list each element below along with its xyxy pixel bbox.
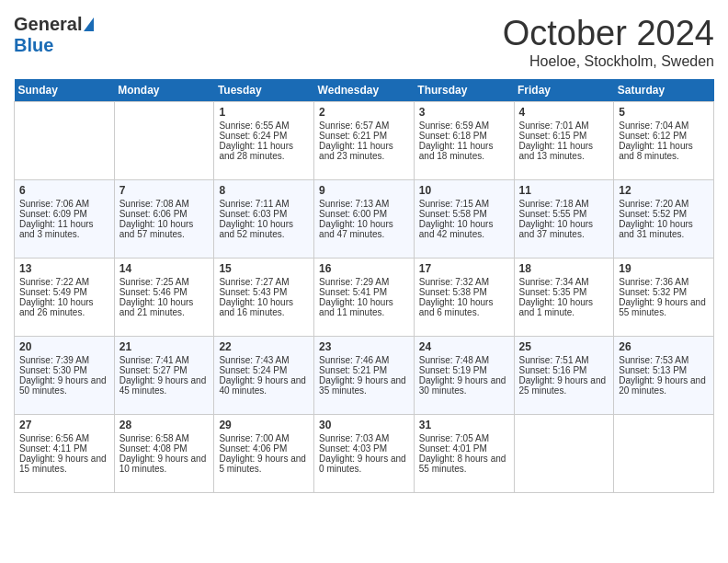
calendar-cell: 17 Sunrise: 7:32 AM Sunset: 5:38 PM Dayl… — [414, 259, 514, 337]
calendar-cell: 9 Sunrise: 7:13 AM Sunset: 6:00 PM Dayli… — [314, 180, 415, 259]
col-wednesday: Wednesday — [314, 79, 415, 102]
day-number: 23 — [319, 340, 409, 353]
sunrise: Sunrise: 7:36 AM — [619, 277, 709, 287]
sunset: Sunset: 6:09 PM — [19, 209, 109, 219]
sunrise: Sunrise: 6:59 AM — [419, 121, 509, 131]
calendar-week-row: 27 Sunrise: 6:56 AM Sunset: 4:11 PM Dayl… — [15, 415, 714, 493]
sunset: Sunset: 5:41 PM — [319, 287, 409, 297]
sunset: Sunset: 5:55 PM — [519, 209, 609, 219]
day-number: 24 — [419, 340, 509, 353]
daylight: Daylight: 11 hours and 13 minutes. — [519, 141, 609, 161]
day-number: 19 — [619, 262, 709, 275]
sunrise: Sunrise: 7:39 AM — [19, 355, 109, 365]
sunrise: Sunrise: 7:04 AM — [619, 121, 709, 131]
daylight: Daylight: 9 hours and 0 minutes. — [319, 454, 409, 474]
calendar-cell: 29 Sunrise: 7:00 AM Sunset: 4:06 PM Dayl… — [214, 415, 314, 493]
sunset: Sunset: 5:30 PM — [19, 365, 109, 375]
sunrise: Sunrise: 6:55 AM — [219, 121, 309, 131]
sunrise: Sunrise: 7:53 AM — [619, 355, 709, 365]
day-number: 16 — [319, 262, 409, 275]
calendar-cell: 10 Sunrise: 7:15 AM Sunset: 5:58 PM Dayl… — [414, 180, 514, 259]
day-number: 14 — [119, 262, 210, 275]
sunset: Sunset: 4:01 PM — [419, 443, 509, 454]
calendar-cell: 23 Sunrise: 7:46 AM Sunset: 5:21 PM Dayl… — [314, 337, 415, 415]
calendar-header-row: Sunday Monday Tuesday Wednesday Thursday… — [15, 79, 714, 102]
calendar-week-row: 6 Sunrise: 7:06 AM Sunset: 6:09 PM Dayli… — [15, 180, 714, 259]
day-number: 17 — [419, 262, 509, 275]
sunset: Sunset: 6:18 PM — [419, 131, 509, 141]
calendar-cell: 21 Sunrise: 7:41 AM Sunset: 5:27 PM Dayl… — [114, 337, 214, 415]
day-number: 6 — [19, 184, 109, 197]
sunset: Sunset: 5:58 PM — [419, 209, 509, 219]
sunrise: Sunrise: 7:08 AM — [119, 199, 210, 209]
sunrise: Sunrise: 7:18 AM — [519, 199, 609, 209]
sunset: Sunset: 5:19 PM — [419, 365, 509, 375]
sunset: Sunset: 5:43 PM — [219, 287, 309, 297]
day-number: 15 — [219, 262, 309, 275]
calendar-cell: 15 Sunrise: 7:27 AM Sunset: 5:43 PM Dayl… — [214, 259, 314, 337]
sunrise: Sunrise: 6:57 AM — [319, 121, 409, 131]
daylight: Daylight: 9 hours and 30 minutes. — [419, 375, 509, 396]
calendar-cell: 1 Sunrise: 6:55 AM Sunset: 6:24 PM Dayli… — [214, 102, 314, 180]
daylight: Daylight: 8 hours and 55 minutes. — [419, 454, 509, 474]
daylight: Daylight: 10 hours and 37 minutes. — [519, 219, 609, 239]
sunrise: Sunrise: 7:00 AM — [219, 433, 309, 443]
calendar-cell: 27 Sunrise: 6:56 AM Sunset: 4:11 PM Dayl… — [15, 415, 115, 493]
day-number: 29 — [219, 419, 309, 431]
col-sunday: Sunday — [15, 79, 115, 102]
sunrise: Sunrise: 7:22 AM — [19, 277, 109, 287]
day-number: 31 — [419, 419, 509, 431]
sunrise: Sunrise: 7:03 AM — [319, 433, 409, 443]
sunset: Sunset: 5:24 PM — [219, 365, 309, 375]
calendar-cell: 22 Sunrise: 7:43 AM Sunset: 5:24 PM Dayl… — [214, 337, 314, 415]
day-number: 26 — [619, 340, 709, 353]
day-number: 13 — [19, 262, 109, 275]
day-number: 2 — [319, 106, 409, 119]
calendar-week-row: 1 Sunrise: 6:55 AM Sunset: 6:24 PM Dayli… — [15, 102, 714, 180]
calendar-cell: 14 Sunrise: 7:25 AM Sunset: 5:46 PM Dayl… — [114, 259, 214, 337]
sunset: Sunset: 6:03 PM — [219, 209, 309, 219]
calendar-cell — [15, 102, 115, 180]
calendar-cell: 18 Sunrise: 7:34 AM Sunset: 5:35 PM Dayl… — [514, 259, 614, 337]
col-saturday: Saturday — [614, 79, 714, 102]
sunset: Sunset: 5:21 PM — [319, 365, 409, 375]
calendar-cell: 20 Sunrise: 7:39 AM Sunset: 5:30 PM Dayl… — [15, 337, 115, 415]
sunset: Sunset: 4:11 PM — [19, 443, 109, 454]
sunset: Sunset: 6:15 PM — [519, 131, 609, 141]
daylight: Daylight: 9 hours and 50 minutes. — [19, 375, 109, 396]
calendar-cell: 26 Sunrise: 7:53 AM Sunset: 5:13 PM Dayl… — [614, 337, 714, 415]
calendar-cell: 6 Sunrise: 7:06 AM Sunset: 6:09 PM Dayli… — [15, 180, 115, 259]
day-number: 28 — [119, 419, 210, 431]
calendar-cell: 5 Sunrise: 7:04 AM Sunset: 6:12 PM Dayli… — [614, 102, 714, 180]
sunrise: Sunrise: 7:51 AM — [519, 355, 609, 365]
day-number: 7 — [119, 184, 210, 197]
daylight: Daylight: 9 hours and 40 minutes. — [219, 375, 309, 396]
daylight: Daylight: 10 hours and 47 minutes. — [319, 219, 409, 239]
daylight: Daylight: 10 hours and 52 minutes. — [219, 219, 309, 239]
daylight: Daylight: 9 hours and 25 minutes. — [519, 375, 609, 396]
sunrise: Sunrise: 7:25 AM — [119, 277, 210, 287]
daylight: Daylight: 10 hours and 31 minutes. — [619, 219, 709, 239]
day-number: 9 — [319, 184, 409, 197]
day-number: 27 — [19, 419, 109, 431]
day-number: 8 — [219, 184, 309, 197]
calendar-cell: 16 Sunrise: 7:29 AM Sunset: 5:41 PM Dayl… — [314, 259, 415, 337]
col-friday: Friday — [514, 79, 614, 102]
calendar-cell: 19 Sunrise: 7:36 AM Sunset: 5:32 PM Dayl… — [614, 259, 714, 337]
sunset: Sunset: 5:52 PM — [619, 209, 709, 219]
sunset: Sunset: 4:03 PM — [319, 443, 409, 454]
day-number: 1 — [219, 106, 309, 119]
sunrise: Sunrise: 7:01 AM — [519, 121, 609, 131]
sunset: Sunset: 5:35 PM — [519, 287, 609, 297]
calendar-cell: 3 Sunrise: 6:59 AM Sunset: 6:18 PM Dayli… — [414, 102, 514, 180]
col-tuesday: Tuesday — [214, 79, 314, 102]
day-number: 11 — [519, 184, 609, 197]
daylight: Daylight: 9 hours and 20 minutes. — [619, 375, 709, 396]
sunrise: Sunrise: 7:15 AM — [419, 199, 509, 209]
daylight: Daylight: 11 hours and 23 minutes. — [319, 141, 409, 161]
sunset: Sunset: 6:21 PM — [319, 131, 409, 141]
day-number: 25 — [519, 340, 609, 353]
calendar-table: Sunday Monday Tuesday Wednesday Thursday… — [14, 79, 714, 493]
day-number: 21 — [119, 340, 210, 353]
sunset: Sunset: 6:24 PM — [219, 131, 309, 141]
